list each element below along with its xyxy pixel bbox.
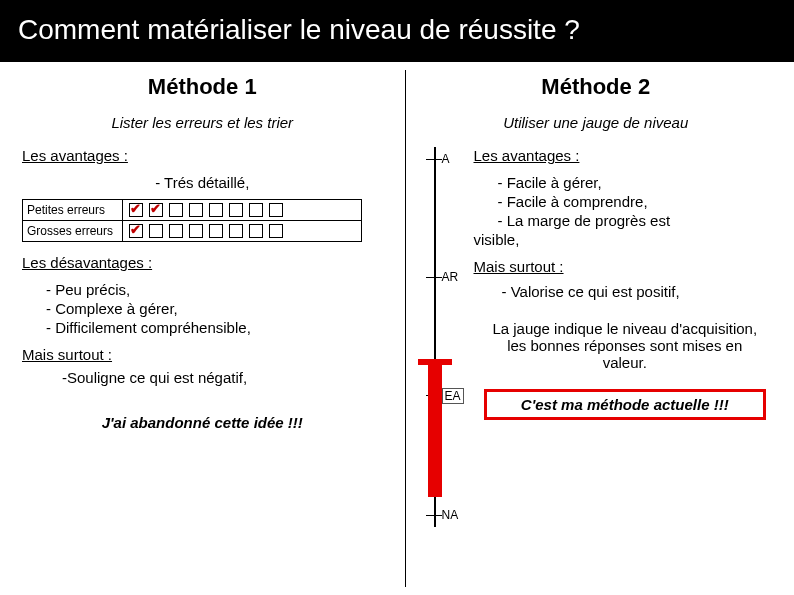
checkbox-icon [229,203,243,217]
method2-advantages-head: Les avantages : [474,147,777,164]
checkbox-icon [249,203,263,217]
checkbox-icon [249,224,263,238]
gauge-level-fill [428,365,442,497]
checkbox-icon [269,224,283,238]
grosses-erreurs-label: Grosses erreurs [23,221,123,242]
method1-dis-2: - Complexe à gérer, [46,300,383,317]
method2-current: C'est ma méthode actuelle !!! [484,389,767,420]
method1-subtitle: Lister les erreurs et les trier [22,114,383,131]
method2-advantage-3: - La marge de progrès est [498,212,777,229]
error-table: Petites erreurs [22,199,383,242]
method1-advantage-1: - Trés détaillé, [22,174,383,191]
method2-mais: Mais surtout : [474,258,777,275]
method1-abandon: J'ai abandonné cette idée !!! [22,414,383,431]
content-area: Méthode 1 Lister les erreurs et les trie… [0,62,794,595]
gauge: A AR EA NA [416,147,466,527]
method1-disadvantages-head: Les désavantages : [22,254,383,271]
method2-valorise: - Valorise ce qui est positif, [502,283,777,300]
method1-dis-3: - Difficilement compréhensible, [46,319,383,336]
method2-column: Méthode 2 Utiliser une jauge de niveau A… [406,62,795,595]
checkbox-icon [209,203,223,217]
gauge-tick-NA: NA [442,508,459,522]
grosses-erreurs-boxes [123,221,362,242]
page-title: Comment matérialiser le niveau de réussi… [0,0,794,62]
checkbox-icon [169,224,183,238]
checkbox-icon [269,203,283,217]
method1-advantages-head: Les avantages : [22,147,383,164]
checkbox-icon [169,203,183,217]
method1-negative: -Souligne ce qui est négatif, [62,369,383,386]
checkbox-icon [129,224,143,238]
method2-title: Méthode 2 [416,74,777,100]
petites-erreurs-label: Petites erreurs [23,200,123,221]
gauge-note: La jauge indique le niveau d'acquisition… [484,320,767,371]
method1-mais: Mais surtout : [22,346,383,363]
method2-subtitle: Utiliser une jauge de niveau [416,114,777,131]
checkbox-icon [149,203,163,217]
petites-erreurs-boxes [123,200,362,221]
method1-title: Méthode 1 [22,74,383,100]
method1-column: Méthode 1 Lister les erreurs et les trie… [0,62,405,595]
method2-advantage-2: - Facile à comprendre, [498,193,777,210]
checkbox-icon [209,224,223,238]
method2-advantage-1: - Facile à gérer, [498,174,777,191]
checkbox-icon [189,203,203,217]
checkbox-icon [129,203,143,217]
gauge-tick-EA: EA [442,388,464,404]
checkbox-icon [189,224,203,238]
gauge-tick-AR: AR [442,270,459,284]
gauge-tick-A: A [442,152,450,166]
checkbox-icon [149,224,163,238]
checkbox-icon [229,224,243,238]
method2-advantage-3b: visible, [474,231,777,248]
method1-dis-1: - Peu précis, [46,281,383,298]
